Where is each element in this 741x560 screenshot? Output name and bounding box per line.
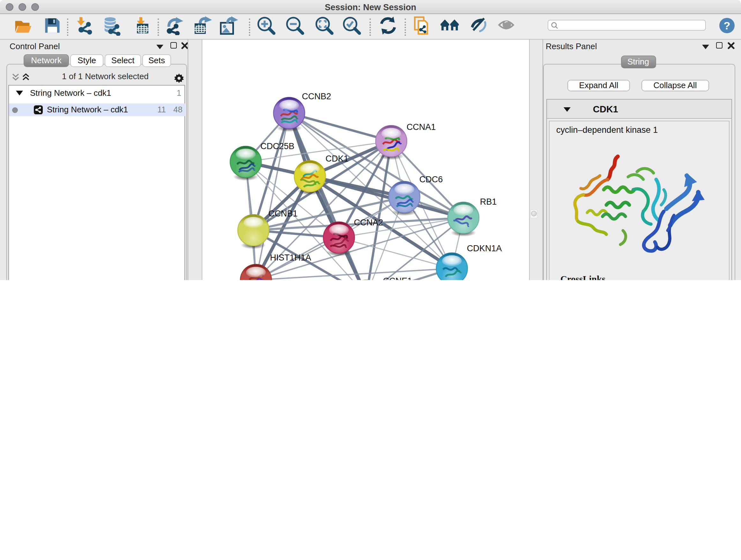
svg-text:CDC6: CDC6: [419, 175, 443, 184]
svg-text:HIST1H1A: HIST1H1A: [270, 253, 311, 262]
svg-text:CCNB1: CCNB1: [268, 209, 298, 219]
svg-text:?: ?: [724, 19, 731, 31]
svg-text:RB1: RB1: [480, 197, 497, 206]
svg-text:CCNE1: CCNE1: [383, 276, 412, 280]
svg-text:CDC25B: CDC25B: [260, 141, 294, 151]
svg-text:CCNA2: CCNA2: [354, 218, 383, 227]
svg-text:CCNA1: CCNA1: [407, 122, 436, 132]
svg-text:CDK1: CDK1: [326, 154, 348, 164]
svg-text:CDKN1A: CDKN1A: [467, 244, 502, 253]
svg-text:CCNB2: CCNB2: [302, 91, 331, 101]
